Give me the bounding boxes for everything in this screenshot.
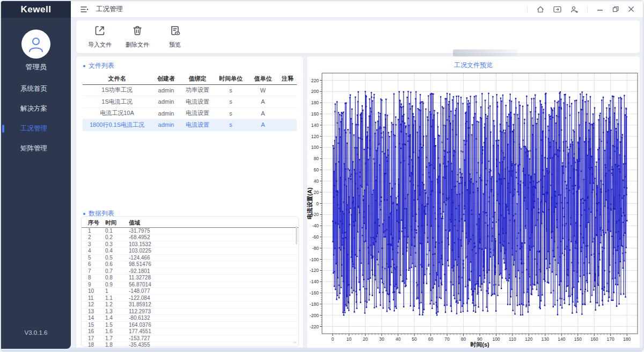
cell: 56.87014 [127, 281, 161, 288]
svg-text:200: 200 [311, 89, 319, 94]
cell: admin [151, 96, 181, 108]
horizontal-scrollbar[interactable] [294, 342, 296, 343]
person-icon [27, 35, 45, 53]
sidebar-item-2[interactable]: 工况管理 [1, 119, 71, 139]
cell: 112.2973 [127, 308, 161, 315]
import-file-button[interactable]: 导入文件 [87, 25, 113, 49]
data-row[interactable]: 131.3112.2973 [82, 308, 298, 315]
cell: 3 [82, 241, 103, 248]
cell: 0.8 [103, 275, 127, 282]
file-list-title: 文件列表 [89, 61, 114, 70]
file-row[interactable]: 1S功率工况admin功率设置sW [83, 84, 297, 96]
svg-text:-160: -160 [310, 290, 319, 296]
cell: 103.1532 [127, 241, 161, 248]
svg-text:50: 50 [412, 336, 417, 342]
data-row[interactable]: 101-148.077 [82, 288, 298, 295]
screen-icon[interactable] [553, 6, 561, 13]
column-header: 值绑定 [181, 75, 214, 84]
data-row[interactable]: 151.5164.0376 [82, 321, 298, 328]
sidebar-item-1[interactable]: 解决方案 [1, 99, 71, 119]
svg-text:70: 70 [444, 336, 450, 342]
column-header: 创建者 [151, 75, 181, 84]
data-row[interactable]: 80.811.32728 [82, 275, 298, 282]
svg-text:150: 150 [574, 336, 582, 342]
data-row[interactable]: 181.8-35.4355 [82, 342, 298, 348]
sidebar-item-0[interactable]: 系统首页 [1, 79, 71, 99]
cell: 2 [82, 234, 103, 241]
file-row[interactable]: 电流工况10Aadmin电流设置sA [83, 107, 297, 119]
cell: A [247, 119, 279, 131]
cell: -31.7975 [127, 227, 161, 234]
cell: s [214, 119, 247, 131]
cell: 功率设置 [181, 84, 214, 96]
cell: 0.7 [103, 268, 127, 275]
svg-text:-200: -200 [310, 313, 319, 318]
preview-icon [169, 25, 181, 39]
cell: -153.727 [127, 335, 161, 342]
column-header: 注释 [279, 75, 297, 84]
svg-text:0: 0 [331, 336, 334, 342]
svg-text:100: 100 [311, 145, 319, 150]
data-row[interactable]: 111.1-122.084 [82, 294, 298, 301]
svg-text:电流设置(A): 电流设置(A) [307, 188, 313, 220]
minimize-button[interactable] [597, 6, 603, 12]
svg-text:160: 160 [590, 336, 598, 342]
cell: 1 [103, 288, 127, 295]
data-row[interactable]: 171.7-153.727 [82, 335, 298, 342]
cell: 9 [82, 281, 103, 288]
data-row[interactable]: 70.7-92.1801 [82, 268, 298, 275]
sidebar-item-3[interactable]: 矩阵管理 [1, 139, 71, 159]
maximize-button[interactable] [612, 6, 619, 12]
data-row[interactable]: 121.231.85912 [82, 301, 298, 308]
cell: -148.077 [127, 288, 161, 295]
close-button[interactable] [628, 6, 634, 12]
svg-text:40: 40 [314, 178, 319, 184]
delete-file-label: 删除文件 [126, 41, 149, 49]
svg-text:时间(s): 时间(s) [470, 341, 489, 348]
svg-text:-140: -140 [310, 279, 319, 284]
divider [527, 5, 528, 13]
svg-text:80: 80 [314, 156, 319, 161]
cell: 7 [82, 268, 103, 275]
file-list-section-title: 文件列表 [76, 56, 303, 73]
data-row[interactable]: 30.3103.1532 [82, 241, 298, 248]
cell: s [214, 96, 247, 108]
cell: 98.51476 [127, 261, 161, 268]
delete-file-button[interactable]: 删除文件 [125, 25, 150, 49]
home-icon[interactable] [537, 6, 544, 13]
file-row[interactable]: 1S电流工况admin电流设置sA [83, 96, 297, 108]
svg-text:-60: -60 [312, 234, 319, 240]
vertical-scrollbar[interactable] [296, 226, 297, 245]
cell: 18 [82, 342, 103, 348]
cell [279, 107, 297, 119]
column-header: 序号 [82, 219, 103, 227]
data-row[interactable]: 20.2-68.4952 [82, 234, 298, 241]
data-row[interactable]: 90.956.87014 [82, 281, 298, 288]
svg-text:180: 180 [311, 100, 319, 105]
data-row[interactable]: 50.5-124.466 [82, 254, 298, 261]
cell: 1.3 [103, 308, 127, 315]
svg-text:80: 80 [461, 336, 466, 342]
data-list-panel: 序号时间值域10.1-31.797520.2-68.495230.3103.15… [81, 216, 299, 347]
cell: 1S功率工况 [83, 84, 151, 96]
page-title: 工况管理 [96, 5, 123, 14]
bullet-icon [83, 65, 85, 67]
preview-button[interactable]: 预览 [162, 25, 188, 49]
svg-text:-100: -100 [310, 257, 319, 262]
data-row[interactable]: 161.6177.4551 [82, 328, 298, 335]
data-row[interactable]: 141.4-80.6132 [82, 315, 298, 322]
cell: 1.2 [103, 301, 127, 308]
svg-text:160: 160 [311, 111, 319, 117]
cell: 1.8 [103, 342, 127, 348]
data-row[interactable]: 10.1-31.7975 [82, 227, 298, 234]
user-icon[interactable] [570, 6, 578, 13]
file-list-table: 文件名创建者值绑定时间单位值单位注释1S功率工况admin功率设置sW1S电流工… [83, 75, 297, 131]
data-row[interactable]: 40.4103.0225 [82, 248, 298, 255]
file-row[interactable]: 1800行0.1S电流工况admin电流设置sA [83, 119, 297, 131]
data-row[interactable]: 60.698.51476 [82, 261, 298, 268]
delete-icon [131, 25, 143, 39]
cell: 31.85912 [127, 301, 161, 308]
svg-text:40: 40 [396, 336, 401, 342]
collapse-menu-icon[interactable] [80, 6, 89, 13]
svg-text:60: 60 [314, 167, 319, 173]
